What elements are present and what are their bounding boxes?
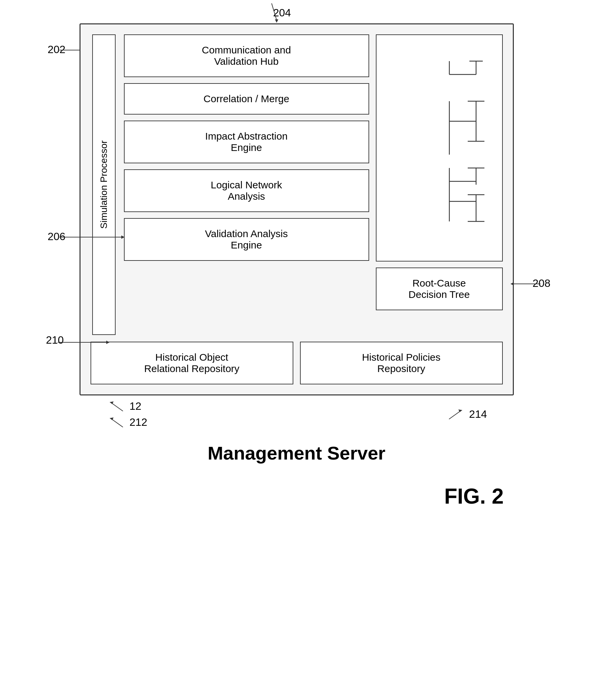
correlation-merge-box: Correlation / Merge (124, 83, 369, 115)
impact-abstraction-engine-box: Impact AbstractionEngine (124, 121, 369, 163)
decision-tree-area (376, 34, 503, 261)
communication-validation-hub-box: Communication andValidation Hub (124, 34, 369, 77)
svg-line-29 (111, 419, 123, 427)
label-214: 214 (469, 408, 487, 420)
root-cause-decision-tree-box: Root-CauseDecision Tree (376, 267, 503, 310)
fig-label: FIG. 2 (80, 484, 514, 509)
svg-marker-26 (106, 341, 110, 344)
outer-box-202: Simulation Processor Communication andVa… (80, 24, 514, 396)
middle-column: Communication andValidation Hub Correlat… (124, 34, 369, 335)
label-12: 12 (130, 400, 142, 412)
historical-object-relational-repository-box: Historical ObjectRelational Repository (90, 342, 293, 384)
page-container: 204 202 Simulation Processor (0, 0, 593, 700)
validation-analysis-engine-box: Validation AnalysisEngine (124, 218, 369, 261)
simulation-processor-box: Simulation Processor (92, 34, 116, 335)
svg-marker-1 (275, 19, 278, 23)
label-212: 212 (130, 416, 147, 428)
svg-line-0 (272, 3, 277, 20)
svg-marker-24 (511, 282, 514, 286)
historical-policies-repository-box: Historical PoliciesRepository (300, 342, 503, 384)
svg-line-31 (449, 411, 461, 419)
right-column: Root-CauseDecision Tree (376, 34, 503, 335)
tree-svg (383, 41, 496, 255)
simulation-processor-wrapper: Simulation Processor (90, 34, 117, 335)
svg-marker-22 (121, 236, 125, 239)
svg-line-27 (111, 403, 123, 411)
inner-content: Simulation Processor Communication andVa… (90, 34, 503, 335)
logical-network-analysis-box: Logical NetworkAnalysis (124, 169, 369, 212)
bottom-row: Historical ObjectRelational Repository H… (90, 342, 503, 384)
management-server-label: Management Server (80, 442, 514, 464)
